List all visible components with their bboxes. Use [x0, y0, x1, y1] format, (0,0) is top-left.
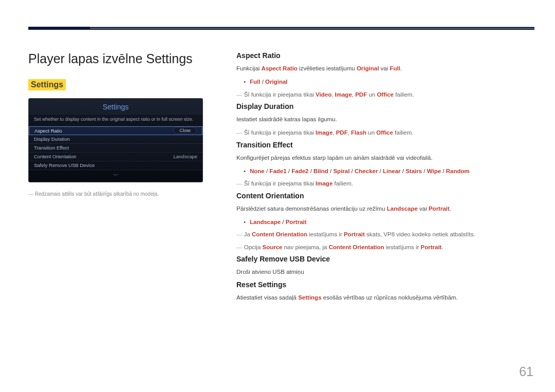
text-hl: PDF	[336, 129, 348, 136]
osd-close-button: Close	[173, 127, 197, 134]
text: izvēlieties iestatījumu	[298, 65, 357, 71]
text: Šī funkcija ir pieejama tikai	[244, 129, 316, 136]
para-reset: Atiestatiet visas sadaļā Settings esošās…	[236, 293, 534, 302]
opt: Linear	[383, 168, 401, 174]
text: vai	[418, 206, 429, 212]
osd-scroll-arrow: ﹀	[29, 170, 202, 182]
page-number: 61	[519, 364, 533, 379]
note-aspect: Šī funkcija ir pieejama tikai Video, Ima…	[236, 90, 534, 99]
left-column: Player lapas izvēlne Settings Settings S…	[28, 51, 206, 307]
text-hl: Full	[390, 65, 400, 71]
options-transition: None / Fade1 / Fade2 / Blind / Spiral / …	[236, 166, 534, 176]
osd-row-label: Content Orientation	[34, 154, 76, 159]
para-duration: Iestatiet slaidrādē katras lapas ilgumu.	[236, 115, 534, 124]
note-duration: Šī funkcija ir pieejama tikai Image, PDF…	[236, 128, 534, 137]
text-hl: PDF	[355, 91, 367, 98]
text: nav pieejama, ja	[283, 244, 329, 250]
text: esošās vērtības uz rūpnīcas noklusējuma …	[322, 294, 458, 301]
opt: Fade2	[291, 168, 308, 174]
osd-row-value: Landscape	[174, 154, 197, 159]
text-hl: Aspect Ratio	[262, 65, 298, 71]
opt: Checker	[355, 168, 378, 174]
option-item: None / Fade1 / Fade2 / Blind / Spiral / …	[244, 166, 534, 176]
para-transition: Konfigurējiet pārejas efektus starp lapā…	[236, 154, 534, 162]
osd-row-label: Transition Effect	[34, 145, 69, 151]
opt: Stairs	[405, 168, 422, 174]
osd-row-aspect: Aspect Ratio Close	[29, 126, 202, 135]
text-hl: Video	[316, 91, 331, 98]
options-aspect: Full / Original	[236, 77, 534, 86]
text-hl: Original	[357, 65, 379, 71]
osd-row-orientation: Content Orientation Landscape	[29, 153, 202, 161]
text-hl: Portrait	[429, 206, 450, 212]
osd-row-label: Safely Remove USB Device	[34, 162, 95, 168]
opt: Blind	[313, 168, 328, 174]
text-hl: Office	[377, 91, 394, 98]
osd-row-label: Aspect Ratio	[34, 128, 62, 134]
option-item: Full / Original	[244, 77, 534, 86]
text: .	[441, 244, 443, 250]
opt: None	[250, 168, 265, 174]
osd-row-usb: Safely Remove USB Device	[29, 161, 202, 170]
text: failiem.	[393, 129, 414, 136]
text-hl: Image	[335, 91, 352, 98]
page-layout: Player lapas izvēlne Settings Settings S…	[28, 51, 534, 307]
note-orient-1: Ja Content Orientation iestatījums ir Po…	[236, 230, 534, 239]
text-hl: Content Orientation	[252, 231, 307, 237]
text: Šī funkcija ir pieejama tikai	[244, 180, 316, 186]
para-orient: Pārslēdziet satura demonstrēšanas orient…	[236, 204, 534, 213]
note-transition: Šī funkcija ir pieejama tikai Image fail…	[236, 179, 534, 188]
page-title: Player lapas izvēlne Settings	[28, 51, 206, 66]
opt: Wipe	[427, 168, 441, 174]
text: iestatījums ir	[384, 244, 421, 250]
text: vai	[379, 65, 390, 71]
header-rule-thin	[90, 28, 534, 29]
osd-screenshot: Settings Set whether to display content …	[28, 98, 203, 182]
text-hl: Landscape	[387, 206, 418, 212]
text: Ja	[244, 231, 252, 237]
text-hl: Content Orientation	[329, 244, 384, 250]
text: failiem.	[332, 180, 353, 186]
text: .	[450, 206, 451, 212]
text-hl: Image	[316, 129, 332, 136]
opt: Original	[265, 79, 287, 85]
text: .	[400, 65, 402, 71]
text: Atiestatiet visas sadaļā	[236, 294, 298, 301]
text: Šī funkcija ir pieejama tikai	[244, 91, 316, 98]
opt: Random	[446, 168, 470, 174]
osd-row-transition: Transition Effect	[29, 144, 202, 153]
heading-usb: Safely Remove USB Device	[236, 255, 534, 263]
osd-title: Settings	[29, 103, 202, 114]
text-hl: Portrait	[344, 231, 365, 237]
note-orient-2: Opcija Source nav pieejama, ja Content O…	[236, 242, 534, 252]
heading-display-duration: Display Duration	[236, 102, 534, 110]
settings-highlight: Settings	[28, 79, 66, 90]
text-hl: Settings	[298, 294, 321, 301]
opt: Full	[250, 79, 260, 85]
text-hl: Portrait	[421, 244, 442, 250]
text: failiem.	[394, 91, 414, 98]
text: Opcija	[244, 244, 263, 250]
para-aspect: Funkcijai Aspect Ratio izvēlieties iesta…	[236, 64, 534, 73]
option-item: Landscape / Portrait	[244, 217, 534, 227]
osd-row-duration: Display Duration	[29, 135, 202, 144]
text-hl: Source	[263, 244, 283, 250]
opt: Spiral	[333, 168, 349, 174]
heading-content-orientation: Content Orientation	[236, 192, 534, 200]
right-column: Aspect Ratio Funkcijai Aspect Ratio izvē…	[206, 51, 534, 307]
para-usb: Droši atvieno USB atmiņu	[236, 268, 534, 276]
text: iestatījums ir	[307, 231, 344, 237]
osd-description: Set whether to display content in the or…	[29, 114, 202, 126]
heading-aspect-ratio: Aspect Ratio	[236, 51, 534, 60]
footnote-model: Redzamais attēls var būt atšķirīgs atkar…	[28, 190, 206, 198]
opt: Fade1	[269, 168, 286, 174]
osd-row-label: Display Duration	[34, 136, 70, 142]
heading-transition-effect: Transition Effect	[236, 141, 534, 149]
options-orient: Landscape / Portrait	[236, 217, 534, 227]
text: skats, VP8 video kodeks netiek atbalstīt…	[365, 231, 475, 237]
heading-reset: Reset Settings	[236, 281, 534, 289]
text: Funkcijai	[236, 65, 262, 71]
text-hl: Office	[376, 129, 393, 136]
text-hl: Image	[316, 180, 332, 186]
text: Pārslēdziet satura demonstrēšanas orient…	[236, 206, 387, 212]
